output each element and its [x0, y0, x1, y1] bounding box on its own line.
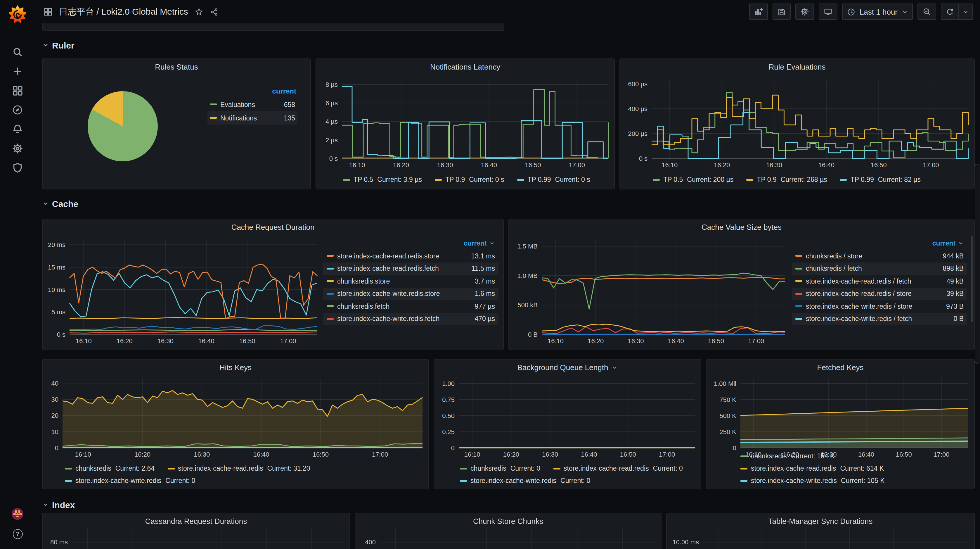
dashboard-settings-button[interactable]	[795, 3, 814, 20]
legend-item[interactable]: chunksredis.store3.7 ms	[323, 275, 498, 287]
time-range-label: Last 1 hour	[860, 7, 897, 16]
series-value: Current: 3.9 µs	[377, 174, 422, 186]
panel-title[interactable]: Chunk Store Chunks	[355, 513, 661, 528]
time-range-picker[interactable]: Last 1 hour	[842, 3, 913, 20]
chevron-down-icon	[611, 364, 617, 370]
time-series-chart[interactable]: 16:1016:2016:3016:4016:5017:000 s200 µs4…	[624, 74, 970, 170]
chevron-down-icon	[902, 8, 908, 15]
apps-grid-icon[interactable]	[43, 7, 52, 16]
legend-item[interactable]: chunksredisCurrent: 154 K	[740, 450, 835, 463]
panel-title[interactable]: Cache Value Size bytes	[509, 219, 974, 235]
svg-text:15 ms: 15 ms	[48, 264, 65, 271]
cycle-view-button[interactable]	[819, 3, 837, 20]
legend-item[interactable]: store.index-cache-write.redisCurrent: 10…	[740, 475, 885, 487]
panel-title[interactable]: Background Queue Length	[434, 359, 701, 375]
legend-item[interactable]: TP 0.99Current: 0 s	[517, 174, 590, 186]
legend-item[interactable]: TP 0.5Current: 200 µs	[653, 174, 733, 186]
pie-chart[interactable]	[88, 91, 158, 161]
legend-item[interactable]: chunksredis.fetch977 µs	[323, 300, 498, 313]
legend-item[interactable]: store.index-cache-write.redisCurrent: 0	[65, 475, 195, 487]
panel-title[interactable]: Notifications Latency	[316, 59, 614, 74]
gear-icon	[800, 7, 809, 16]
time-series-chart[interactable]: 16:1016:2016:3016:4016:5017:0020 ms40 ms…	[46, 527, 346, 549]
svg-text:400: 400	[365, 538, 376, 546]
legend-item[interactable]: store.index-cache-read.redis / fetch49 k…	[792, 275, 967, 287]
legend-item[interactable]: store.index-cache-write.redis.fetch470 µ…	[323, 313, 498, 325]
legend-item[interactable]: store.index-cache-read.redis.fetch11.5 m…	[323, 262, 498, 275]
legend-item[interactable]: store.index-cache-write.redis / store973…	[792, 300, 967, 313]
user-avatar[interactable]	[12, 508, 23, 520]
legend-current-header[interactable]: current	[323, 237, 498, 250]
breadcrumb[interactable]: 日志平台 / Loki2.0 Global Metrics	[59, 6, 188, 17]
panel-rule-evaluations: Rule Evaluations 16:1016:2016:3016:4016:…	[619, 59, 975, 190]
dashboards-icon[interactable]	[12, 85, 23, 96]
panel-title[interactable]: Rules Status	[43, 59, 310, 74]
legend-item[interactable]: store.index-cache-read.redis / store39 k…	[792, 287, 967, 300]
star-icon[interactable]	[195, 7, 204, 16]
legend-item[interactable]: store.index-cache-read.redis.store13.1 m…	[323, 250, 498, 262]
legend-item[interactable]: TP 0.99Current: 82 µs	[840, 174, 921, 186]
section-cache[interactable]: Cache	[42, 198, 975, 209]
chart-legend: chunksredisCurrent: 154 Kstore.index-cac…	[740, 450, 969, 487]
legend-current-header[interactable]: current	[207, 85, 298, 97]
svg-text:500 K: 500 K	[720, 412, 737, 420]
legend-item[interactable]: chunksredis / fetch898 kB	[792, 262, 967, 275]
time-series-chart[interactable]: 16:1016:2016:3016:4016:5017:0000.250.500…	[438, 375, 697, 460]
legend-item[interactable]: chunksredis / store944 kB	[792, 250, 967, 262]
series-color-dash	[327, 305, 334, 307]
legend-item[interactable]: store.index-cache-write.redis.store1.6 m…	[323, 287, 498, 300]
refresh-interval-caret[interactable]	[959, 3, 973, 20]
time-series-chart[interactable]: 16:1016:2016:3016:4016:5017:000 s2 µs4 µ…	[320, 74, 611, 170]
panel-title[interactable]: Cache Request Duration	[43, 219, 503, 235]
admin-shield-icon[interactable]	[12, 162, 23, 174]
svg-text:1.0 MB: 1.0 MB	[517, 272, 538, 279]
search-icon[interactable]	[12, 46, 23, 58]
time-series-chart[interactable]: 16:1016:2016:3016:4016:5017:001002003004…	[359, 527, 657, 549]
legend-scrollbar[interactable]	[970, 236, 973, 322]
section-ruler[interactable]: Ruler	[42, 39, 975, 51]
time-series-chart[interactable]: 16:1016:2016:3016:4016:5017:000 s5 ms10 …	[46, 235, 320, 346]
save-dashboard-button[interactable]	[773, 3, 791, 20]
explore-compass-icon[interactable]	[12, 104, 23, 116]
panel-title[interactable]: Fetched Keys	[706, 359, 974, 375]
alerting-bell-icon[interactable]	[12, 123, 23, 135]
legend-item[interactable]: Evaluations658	[207, 97, 298, 111]
share-icon[interactable]	[210, 7, 218, 16]
time-series-chart[interactable]: 16:1016:2016:3016:4016:5017:000 B500 kB1…	[512, 235, 787, 346]
series-name: Evaluations	[220, 101, 255, 108]
time-series-chart[interactable]: 16:1016:2016:3016:4016:5017:000250 K500 …	[710, 375, 970, 460]
series-name: chunksredis / fetch	[806, 265, 862, 272]
create-plus-icon[interactable]	[12, 65, 23, 77]
legend-item[interactable]: TP 0.5Current: 3.9 µs	[343, 174, 422, 186]
legend-item[interactable]: store.index-cache-read.redisCurrent: 0	[553, 463, 683, 475]
series-color-dash	[327, 318, 334, 320]
legend-item[interactable]: store.index-cache-write.redis / fetch0 B	[792, 313, 967, 325]
series-value: Current: 105 K	[841, 475, 885, 487]
zoom-out-button[interactable]	[918, 3, 936, 20]
svg-text:750 K: 750 K	[720, 396, 737, 404]
add-panel-button[interactable]	[749, 3, 768, 20]
grafana-logo[interactable]	[9, 5, 26, 23]
legend-item[interactable]: chunksredisCurrent: 0	[460, 463, 540, 475]
legend-item[interactable]: TP 0.9Current: 268 µs	[746, 174, 827, 186]
panel-title[interactable]: Rule Evaluations	[620, 59, 974, 74]
svg-text:10.00 ms: 10.00 ms	[673, 538, 699, 546]
panel-title[interactable]: Hits Keys	[43, 359, 428, 375]
time-series-chart[interactable]: 16:1016:2016:3016:4016:5017:00010203040	[46, 375, 425, 460]
section-index[interactable]: Index	[42, 499, 975, 511]
panel-title[interactable]: Table-Manager Sync Durations	[667, 513, 974, 528]
legend-item[interactable]: chunksredisCurrent: 2.64	[65, 463, 154, 475]
legend-item[interactable]: TP 0.9Current: 0 s	[435, 174, 504, 186]
time-series-chart[interactable]: 16:1016:2016:3016:4016:5017:002.50 ms5.0…	[670, 527, 970, 549]
legend-item[interactable]: store.index-cache-write.redisCurrent: 0	[460, 475, 590, 487]
help-icon[interactable]: ?	[12, 528, 23, 539]
settings-gear-icon[interactable]	[12, 143, 23, 154]
panel-title[interactable]: Cassandra Request Durations	[43, 513, 350, 528]
legend-item[interactable]: Notifications135	[207, 111, 298, 124]
legend-current-header[interactable]: current	[792, 237, 967, 250]
svg-text:1.5 MB: 1.5 MB	[517, 243, 538, 250]
legend-item[interactable]: store.index-cache-read.redisCurrent: 614…	[740, 463, 884, 475]
legend-item[interactable]: store.index-cache-read.redisCurrent: 31.…	[167, 463, 310, 475]
refresh-button[interactable]	[941, 3, 959, 20]
page-scrollbar[interactable]	[975, 164, 979, 364]
